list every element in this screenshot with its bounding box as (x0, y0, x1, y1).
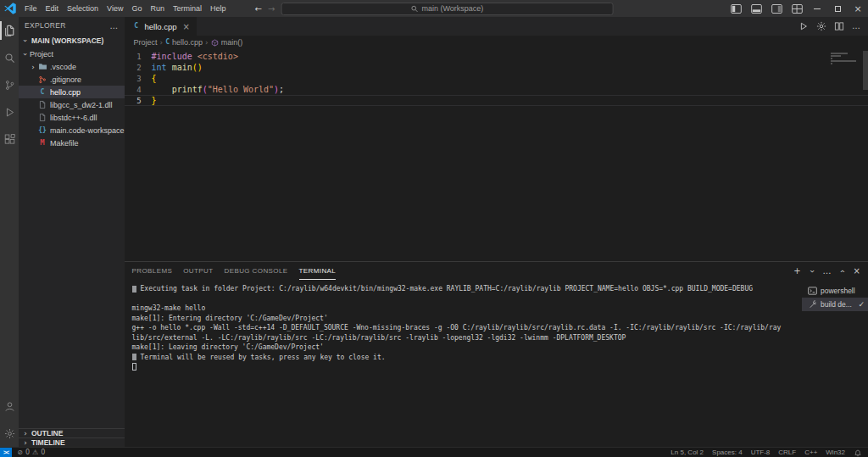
toggle-sidebar-icon[interactable] (726, 0, 746, 17)
maximize-panel-icon[interactable]: › (838, 267, 847, 276)
section-outline[interactable]: ›OUTLINE (19, 428, 125, 437)
nav-forward-icon[interactable]: → (268, 4, 275, 14)
section-timeline[interactable]: ›TIMELINE (19, 437, 125, 447)
menu-run[interactable]: Run (146, 0, 169, 17)
code-line-2[interactable]: 2int main() (125, 62, 868, 73)
breadcrumb-hello-cpp[interactable]: Chello.cpp (165, 38, 203, 47)
close-window-button[interactable]: × (848, 0, 868, 17)
editor-scrollbar[interactable] (863, 51, 868, 90)
breadcrumb-separator: › (205, 38, 209, 47)
panel-tab-output[interactable]: OUTPUT (183, 262, 213, 280)
status-cpp-configuration[interactable]: Win32 (826, 449, 845, 456)
folder-file-icon (37, 62, 47, 71)
activity-settings[interactable] (0, 420, 19, 447)
nav-back-icon[interactable]: ← (255, 4, 262, 14)
terminal-text: lib/src/external -L. -LC:/raylib/raylib/… (132, 333, 626, 343)
breadcrumb: Project›Chello.cpp›main() (125, 36, 868, 49)
menu-help[interactable]: Help (206, 0, 231, 17)
status-indentation[interactable]: Spaces: 4 (712, 449, 743, 456)
minimize-button[interactable] (807, 0, 827, 17)
split-editor-icon[interactable] (834, 21, 844, 31)
menu-selection[interactable]: Selection (63, 0, 103, 17)
file-vscode[interactable]: ›.vscode (19, 60, 125, 73)
panel-tab-problems[interactable]: PROBLEMS (132, 262, 173, 280)
command-decoration-icon[interactable] (132, 354, 136, 360)
file-hello-cpp[interactable]: Chello.cpp (19, 86, 125, 98)
code-line-3[interactable]: 3{ (125, 73, 868, 84)
breadcrumb-main[interactable]: main() (211, 38, 243, 47)
panel-tab-terminal[interactable]: TERMINAL (299, 262, 337, 280)
menu-go[interactable]: Go (127, 0, 146, 17)
file-project[interactable]: ›Project (19, 47, 125, 60)
menu-edit[interactable]: Edit (42, 0, 64, 17)
vscode-logo-icon (0, 3, 20, 14)
customize-layout-icon[interactable] (787, 0, 807, 17)
code-line-5[interactable]: 5} (125, 95, 868, 106)
menu-view[interactable]: View (103, 0, 127, 17)
method-icon (211, 39, 219, 47)
minimap-line (831, 55, 841, 57)
explorer-sidebar: EXPLORER … › MAIN (WORKSPACE) ›Project›.… (19, 17, 125, 447)
terminal-line-2 (132, 294, 802, 304)
file-libstdc-6-dll[interactable]: libstdc++-6.dll (19, 111, 125, 124)
toggle-secondary-sidebar-icon[interactable] (766, 0, 787, 17)
launch-profile-dropdown-icon[interactable]: › (808, 267, 816, 276)
code-editor[interactable]: 1#include <cstdio>2int main()3{4 printf(… (125, 49, 868, 261)
status-encoding[interactable]: UTF-8 (751, 449, 771, 456)
chevron-right-icon: › (21, 429, 30, 437)
activity-account[interactable] (0, 393, 19, 420)
file-main-code-workspace[interactable]: {}main.code-workspace (19, 124, 125, 137)
command-center-search[interactable]: main (Workspace) (281, 3, 613, 15)
close-panel-icon[interactable]: × (854, 267, 860, 276)
chevron-right-icon: › (21, 438, 30, 447)
terminal-tab-powershell[interactable]: powershell (802, 284, 868, 298)
settings-gear-icon[interactable] (816, 21, 826, 31)
file-tree: ›Project›.vscode.gitignoreChello.cpplibg… (19, 47, 125, 149)
code-line-1[interactable]: 1#include <cstdio> (125, 51, 868, 62)
activity-explorer[interactable] (0, 17, 19, 44)
activity-run-and-debug[interactable] (0, 98, 19, 125)
new-terminal-icon[interactable]: + (793, 267, 800, 276)
activity-search[interactable] (0, 44, 19, 71)
status-language-mode[interactable]: C++ (804, 449, 817, 456)
file-gitignore[interactable]: .gitignore (19, 73, 125, 86)
more-actions-icon[interactable]: … (852, 22, 860, 31)
terminal-line-3: mingw32-make hello (132, 304, 802, 314)
tab-close-icon[interactable]: × (183, 22, 190, 31)
file-label: Project (30, 50, 53, 59)
terminal-output[interactable]: Executing task in folder Project: C:/ray… (125, 280, 802, 447)
menu-terminal[interactable]: Terminal (169, 0, 206, 17)
code-line-4[interactable]: 4 printf("Hello World"); (125, 84, 868, 95)
status-eol[interactable]: CRLF (778, 449, 796, 456)
explorer-more-actions-icon[interactable]: … (109, 21, 118, 31)
workspace-section-header[interactable]: › MAIN (WORKSPACE) (19, 34, 125, 47)
terminal-line-4: make[1]: Entering directory 'C:/GameDev/… (132, 314, 802, 324)
terminal-tab-build-de[interactable]: build de...✓ (802, 298, 868, 311)
run-button[interactable] (798, 21, 809, 31)
command-decoration-icon[interactable] (132, 286, 136, 293)
notifications-bell-icon[interactable] (854, 449, 862, 457)
breadcrumb-separator: › (160, 38, 164, 47)
file-makefile[interactable]: MMakefile (19, 137, 125, 149)
vscode-window: FileEditSelectionViewGoRunTerminalHelp ←… (0, 0, 868, 457)
remote-indicator[interactable]: >< (0, 448, 12, 457)
source-control-icon (4, 80, 15, 91)
breadcrumb-project[interactable]: Project (134, 38, 158, 47)
maximize-button[interactable] (827, 0, 848, 17)
editor-actions: … (798, 17, 868, 36)
activity-extensions[interactable] (0, 125, 19, 153)
menu-file[interactable]: File (20, 0, 42, 17)
warning-icon: ⚠ (32, 449, 38, 456)
activity-source-control[interactable] (0, 71, 19, 98)
problems-status[interactable]: ⊘ 0 ⚠ 0 (12, 449, 50, 456)
file-libgcc-s-dw2-1-dll[interactable]: libgcc_s_dw2-1.dll (19, 98, 125, 111)
tab-hello-cpp[interactable]: C hello.cpp × (125, 17, 197, 36)
more-actions-icon[interactable]: … (823, 267, 832, 276)
error-count: 0 (25, 449, 30, 456)
toggle-panel-icon[interactable] (746, 0, 766, 17)
status-cursor-position[interactable]: Ln 5, Col 2 (670, 449, 704, 456)
minimap[interactable] (831, 53, 856, 65)
line-number: 5 (125, 97, 152, 105)
panel-tab-debug-console[interactable]: DEBUG CONSOLE (225, 262, 288, 280)
tab-bar: C hello.cpp × … (125, 17, 868, 36)
